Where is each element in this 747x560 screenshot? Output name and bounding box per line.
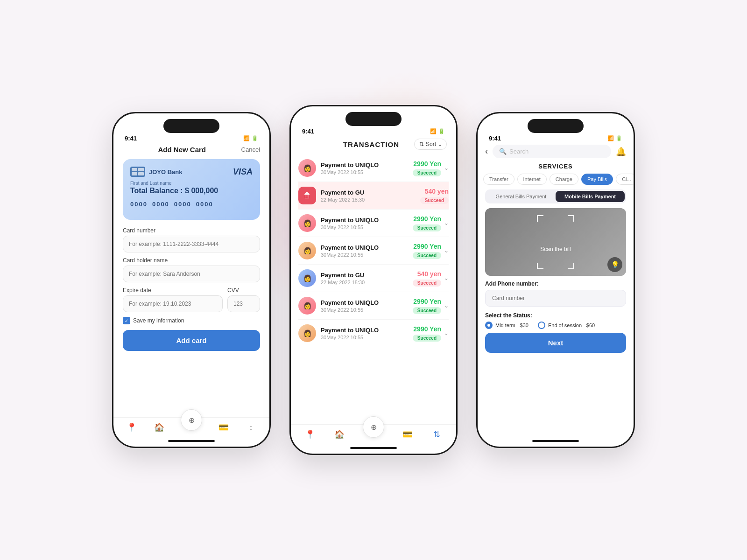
- card-holder-group: Card holder name: [123, 257, 260, 282]
- nav-location-icon-2[interactable]: 📍: [304, 428, 316, 441]
- transaction-amount-4: 2990 Yen: [413, 243, 441, 250]
- avatar-6: 👩: [298, 297, 316, 315]
- transaction-name-2: Payment to GU: [321, 189, 416, 196]
- nav-transaction-icon-2[interactable]: ⇅: [431, 428, 443, 441]
- phone3-services: 9:41 📶 🔋 ‹ 🔍 Search 🔔 SERVICES Transfer …: [476, 112, 635, 448]
- service-tab-charge[interactable]: Charge: [550, 174, 578, 185]
- bill-tab-general[interactable]: General Bills Payment: [486, 191, 556, 202]
- radio-midterm[interactable]: Mid term - $30: [485, 322, 529, 329]
- chevron-3: ⌄: [444, 220, 449, 226]
- transaction-info-4: Payment to UNIQLO 30May 2022 10:55: [316, 244, 413, 258]
- nav-card-icon-2[interactable]: 💳: [402, 428, 414, 441]
- transaction-right-6: 2990 Yen Succeed: [413, 298, 441, 314]
- bell-icon[interactable]: 🔔: [616, 147, 626, 157]
- status-badge-1: Succeed: [413, 169, 441, 176]
- transaction-name-5: Payment to GU: [321, 272, 408, 279]
- card-balance: Total Balance : $ 000,000: [130, 187, 253, 195]
- service-tab-other[interactable]: Cl...: [616, 174, 634, 185]
- service-tab-transfer[interactable]: Transfer: [483, 174, 514, 185]
- nav-home-icon-2[interactable]: 🏠: [333, 428, 345, 441]
- flash-button[interactable]: 💡: [607, 257, 622, 272]
- wifi-icon-1: 📶: [243, 135, 250, 141]
- status-badge-6: Succeed: [413, 307, 441, 314]
- bottom-bar-2: [350, 447, 397, 449]
- card-number-input-3[interactable]: [485, 290, 626, 307]
- corner-bl: [537, 263, 543, 269]
- radio-end-session[interactable]: End of session - $60: [538, 322, 595, 329]
- bill-tab-mobile[interactable]: Mobile Bills Payment: [556, 191, 625, 202]
- dynamic-island-1: [163, 119, 219, 133]
- bottom-bar-1: [168, 440, 215, 442]
- delete-icon[interactable]: 🗑: [298, 187, 316, 204]
- status-section: Select the Status: Mid term - $30 End of…: [478, 309, 634, 333]
- status-bar-3: 9:41 📶 🔋: [478, 133, 634, 142]
- status-icons-1: 📶 🔋: [243, 135, 258, 141]
- nav-transfer-icon[interactable]: ↕: [245, 421, 257, 434]
- transaction-amount-1: 2990 Yen: [413, 160, 441, 168]
- search-placeholder: Search: [509, 148, 529, 155]
- transaction-item[interactable]: 👩 Payment to UNIQLO 30May 2022 10:55 299…: [298, 154, 449, 182]
- sort-button[interactable]: ⇅ Sort ⌄: [414, 139, 447, 150]
- card-holder-input[interactable]: [123, 266, 260, 282]
- transaction-right-1: 2990 Yen Succeed: [413, 160, 441, 176]
- scan-frame: Scan the bill: [537, 215, 574, 269]
- nav-center-button-2[interactable]: ⊕: [363, 416, 384, 438]
- add-card-button[interactable]: Add card: [123, 330, 260, 351]
- nav-center-button[interactable]: ⊕: [181, 409, 202, 431]
- sort-chevron-icon: ⌄: [438, 142, 442, 147]
- status-badge-2: Succeed: [420, 197, 449, 204]
- dynamic-island-2: [345, 112, 402, 126]
- expire-label: Expire date: [123, 287, 223, 294]
- next-button[interactable]: Next: [485, 333, 626, 353]
- cvv-input[interactable]: [227, 295, 260, 312]
- transaction-info-6: Payment to UNIQLO 30May 2022 10:55: [316, 299, 413, 313]
- phone1-bottom-nav: ⊕ 📍 🏠 💳 ↕: [113, 417, 269, 437]
- nav-home-icon[interactable]: 🏠: [153, 421, 165, 434]
- sort-icon: ⇅: [419, 141, 424, 147]
- expire-cvv-row: Expire date CVV: [123, 287, 260, 317]
- card-num-4: 0000: [196, 201, 213, 208]
- service-tab-paybills[interactable]: Pay Bills: [581, 174, 613, 185]
- transaction-amount-3: 2990 Yen: [413, 215, 441, 223]
- transaction-right-4: 2990 Yen Succeed: [413, 243, 441, 259]
- transaction-info-5: Payment to GU 22 May 2022 18:30: [316, 272, 413, 285]
- cvv-group: CVV: [227, 287, 260, 312]
- transaction-date-1: 30May 2022 10:55: [321, 169, 408, 175]
- back-button[interactable]: ‹: [485, 147, 488, 156]
- transaction-right-2: 540 yen Succeed: [420, 188, 449, 204]
- transaction-item[interactable]: 👩 Payment to GU 22 May 2022 18:30 540 ye…: [298, 265, 449, 292]
- transaction-name-6: Payment to UNIQLO: [321, 299, 408, 306]
- transaction-item[interactable]: 👩 Payment to UNIQLO 30May 2022 10:55 299…: [298, 292, 449, 320]
- expire-input[interactable]: [123, 295, 223, 312]
- status-icons-2: 📶 🔋: [430, 128, 445, 134]
- transaction-amount-7: 2990 Yen: [413, 325, 441, 333]
- corner-tr: [568, 215, 574, 222]
- card-bank-info: JOYO Bank: [130, 167, 183, 177]
- transaction-item-deleted[interactable]: 🗑 Payment to GU 22 May 2022 18:30 540 ye…: [298, 182, 449, 210]
- save-checkbox[interactable]: ✓: [123, 317, 130, 324]
- cancel-button[interactable]: Cancel: [241, 146, 260, 153]
- scan-corners-top: [537, 215, 574, 243]
- phone2-transaction: 9:41 📶 🔋 TRANSACTION ⇅ Sort ⌄ 👩: [289, 105, 458, 455]
- transaction-name-7: Payment to UNIQLO: [321, 327, 408, 334]
- transaction-item[interactable]: 👩 Payment to UNIQLO 30May 2022 10:55 299…: [298, 237, 449, 265]
- avatar-3: 👩: [298, 214, 316, 232]
- nav-card-icon[interactable]: 💳: [218, 421, 230, 434]
- card-holder-label: Card holder name: [123, 257, 260, 264]
- chevron-7: ⌄: [444, 330, 449, 336]
- transaction-item[interactable]: 👩 Payment to UNIQLO 30May 2022 10:55 299…: [298, 210, 449, 237]
- transaction-item[interactable]: 👩 Payment to UNIQLO 30May 2022 10:55 299…: [298, 320, 449, 347]
- transaction-name-4: Payment to UNIQLO: [321, 244, 408, 251]
- corner-tl: [537, 215, 543, 222]
- search-bar[interactable]: 🔍 Search: [493, 145, 611, 158]
- chevron-5: ⌄: [444, 275, 449, 281]
- card-number-input[interactable]: [123, 236, 260, 252]
- nav-location-icon[interactable]: 📍: [126, 421, 138, 434]
- save-info-label: Save my information: [133, 317, 184, 324]
- card-num-1: 0000: [130, 201, 148, 208]
- chevron-6: ⌄: [444, 302, 449, 309]
- time-3: 9:41: [489, 135, 501, 142]
- sort-label: Sort: [426, 141, 436, 147]
- transaction-info-7: Payment to UNIQLO 30May 2022 10:55: [316, 327, 413, 340]
- service-tab-internet[interactable]: Internet: [517, 174, 547, 185]
